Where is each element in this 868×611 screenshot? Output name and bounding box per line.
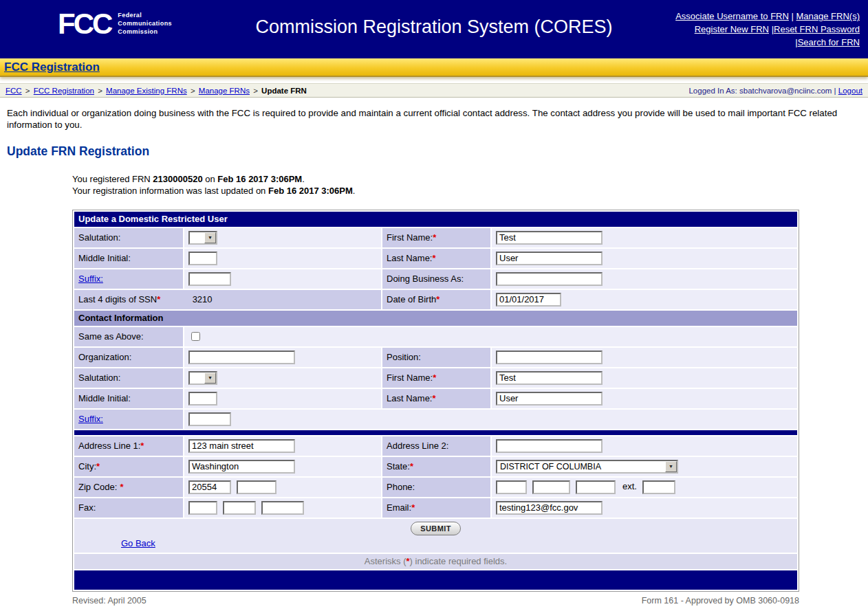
fax-label: Fax: [78, 502, 96, 513]
state-select[interactable]: DISTRICT OF COLUMBIA▼ [496, 460, 678, 474]
registration-line-1: You registered FRN 2130000520 on Feb 16 … [72, 174, 868, 186]
registration-info: You registered FRN 2130000520 on Feb 16 … [72, 174, 868, 197]
intro-text: Each individual or organization doing bu… [7, 107, 861, 131]
submit-button[interactable]: SUBMIT [411, 522, 461, 535]
header-nav-line-1: Associate Username to FRN | Manage FRN(s… [675, 10, 860, 23]
breadcrumb-manage-existing-frns[interactable]: Manage Existing FRNs [106, 87, 187, 95]
fcc-registration-link[interactable]: FCC Registration [4, 60, 100, 74]
associate-username-link[interactable]: Associate Username to FRN [675, 11, 789, 21]
note-post: ) indicate required fields. [410, 556, 508, 566]
row-city-state: City:* State:* DISTRICT OF COLUMBIA▼ [74, 457, 797, 476]
city-input[interactable] [188, 460, 295, 474]
phone-prefix-input[interactable] [532, 480, 570, 494]
row-zip-phone: Zip Code:* Phone: ext. [74, 478, 797, 497]
manage-frns-link[interactable]: Manage FRN(s) [796, 11, 860, 21]
required-asterisk: * [410, 461, 413, 471]
phone-area-input[interactable] [496, 480, 527, 494]
middle-initial-input[interactable] [188, 252, 217, 265]
position-input[interactable] [496, 351, 603, 364]
fcc-registration-banner: FCC Registration [0, 58, 868, 77]
row-fax-email: Fax: Email:* [74, 498, 797, 518]
contact-salutation-select[interactable]: ▼ [188, 371, 217, 385]
login-separator: | [834, 87, 836, 95]
organization-input[interactable] [188, 351, 295, 364]
breadcrumb: FCC > FCC Registration > Manage Existing… [6, 87, 307, 95]
salutation-select[interactable]: ▼ [188, 231, 217, 245]
breadcrumb-manage-frns[interactable]: Manage FRNs [199, 87, 250, 95]
row-middle-initial-user: Middle Initial: Last Name:* [74, 249, 797, 268]
logout-link[interactable]: Logout [838, 87, 862, 95]
breadcrumb-separator: > [98, 87, 102, 95]
first-name-label: First Name: [387, 373, 433, 383]
fax-prefix-input[interactable] [223, 501, 256, 515]
page-footer: Revised: April 2005 Form 161 - Approved … [72, 596, 799, 606]
registration-on-word: on [205, 174, 215, 184]
register-new-frn-link[interactable]: Register New FRN [695, 24, 769, 34]
page-title: Update FRN Registration [7, 144, 868, 159]
address-line2-input[interactable] [496, 439, 603, 453]
salutation-select-value [190, 232, 204, 243]
required-asterisk: * [120, 482, 123, 492]
registration-line2-pre: Your registration information was last u… [72, 186, 265, 196]
registration-line-2: Your registration information was last u… [72, 186, 868, 197]
address-line1-input[interactable] [188, 439, 295, 453]
zip-label: Zip Code: [78, 482, 117, 492]
required-asterisk: * [140, 441, 144, 451]
fax-area-input[interactable] [188, 501, 217, 515]
row-salutation-user: Salutation: ▼ First Name:* [74, 228, 797, 247]
row-ssn-dob: Last 4 digits of SSN* 3210 Date of Birth… [74, 290, 797, 309]
contact-middle-initial-input[interactable] [188, 392, 217, 406]
reset-frn-password-link[interactable]: Reset FRN Password [774, 24, 860, 34]
breadcrumb-fcc-registration[interactable]: FCC Registration [34, 87, 94, 95]
suffix-link[interactable]: Suffix: [78, 414, 103, 424]
registered-date: Feb 16 2017 3:06PM [217, 174, 302, 184]
section-divider [74, 430, 797, 435]
header-nav-line-3: |Search for FRN [675, 36, 860, 49]
required-asterisk: * [411, 502, 415, 513]
first-name-input[interactable] [496, 231, 603, 245]
dba-input[interactable] [496, 272, 603, 286]
state-label: State: [387, 461, 410, 471]
ssn-last4-value: 3210 [193, 294, 213, 304]
required-asterisk: * [432, 253, 435, 263]
suffix-input[interactable] [188, 272, 231, 286]
phone-ext-input[interactable] [642, 480, 675, 494]
zip-plus4-input[interactable] [237, 480, 276, 494]
position-label: Position: [387, 352, 421, 362]
organization-label: Organization: [78, 352, 131, 362]
same-as-above-checkbox[interactable] [191, 332, 200, 341]
row-required-note: Asterisks (*) indicate required fields. [74, 554, 797, 569]
state-select-value: DISTRICT OF COLUMBIA [497, 461, 665, 472]
zip-code-input[interactable] [188, 480, 231, 494]
contact-last-name-input[interactable] [496, 392, 603, 406]
suffix-link[interactable]: Suffix: [78, 274, 103, 284]
last-name-label: Last Name: [387, 253, 432, 263]
go-back-link[interactable]: Go Back [121, 538, 155, 548]
breadcrumb-fcc[interactable]: FCC [6, 87, 22, 95]
app-title: Commission Registration System (CORES) [255, 16, 612, 38]
phone-label: Phone: [387, 482, 415, 492]
go-back-area: Go Back [74, 535, 797, 551]
search-for-frn-link[interactable]: Search for FRN [798, 37, 860, 47]
period: . [353, 186, 356, 196]
header-nav-line-2: Register New FRN |Reset FRN Password [675, 23, 860, 36]
row-suffix-contact: Suffix: [74, 410, 797, 429]
contact-suffix-input[interactable] [188, 412, 231, 426]
date-of-birth-input[interactable] [496, 293, 561, 307]
row-bottom-bar [74, 570, 797, 590]
divider-bar [74, 430, 797, 435]
submit-area: SUBMIT [74, 522, 797, 535]
email-input[interactable] [496, 501, 603, 515]
salutation-label: Salutation: [78, 232, 120, 243]
phone-line-input[interactable] [576, 480, 616, 494]
contact-first-name-input[interactable] [496, 371, 603, 385]
logged-in-label: Logged In As: [688, 87, 737, 95]
required-asterisk: * [96, 461, 100, 471]
table-bottom-bar [74, 570, 797, 590]
section-header-user: Update a Domestic Restricted User [74, 212, 797, 227]
middle-initial-label: Middle Initial: [78, 393, 131, 403]
last-name-input[interactable] [496, 252, 603, 265]
fax-line-input[interactable] [261, 501, 304, 515]
chevron-down-icon: ▼ [665, 461, 677, 472]
row-same-as-above: Same as Above: [74, 327, 797, 346]
